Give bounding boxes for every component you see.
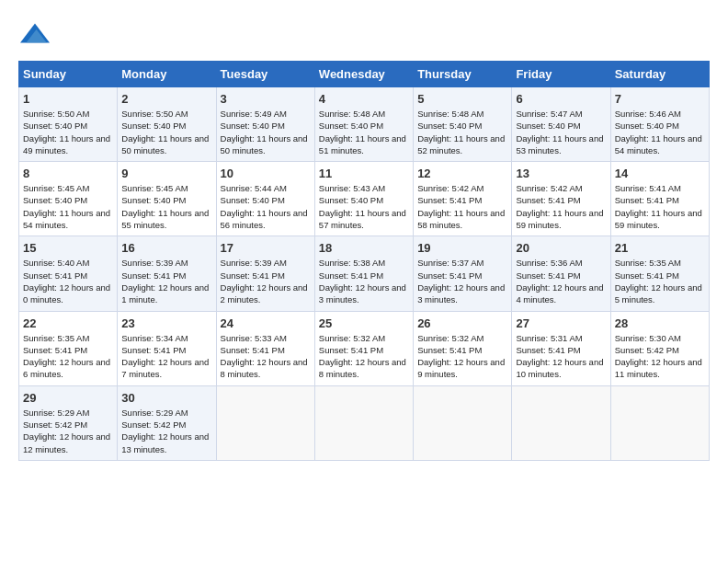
day-info: Sunrise: 5:34 AMSunset: 5:41 PMDaylight:…	[121, 332, 211, 381]
day-number: 4	[319, 92, 409, 106]
calendar-cell	[414, 385, 512, 460]
header-day: Thursday	[414, 62, 512, 87]
day-info: Sunrise: 5:39 AMSunset: 5:41 PMDaylight:…	[221, 257, 311, 305]
calendar-cell: 14Sunrise: 5:41 AMSunset: 5:41 PMDayligh…	[610, 162, 709, 236]
calendar-cell: 26Sunrise: 5:32 AMSunset: 5:41 PMDayligh…	[414, 311, 512, 385]
day-number: 24	[221, 316, 311, 330]
calendar-cell: 12Sunrise: 5:42 AMSunset: 5:41 PMDayligh…	[414, 162, 512, 236]
page-container: SundayMondayTuesdayWednesdayThursdayFrid…	[0, 0, 728, 470]
calendar-week-row: 8Sunrise: 5:45 AMSunset: 5:40 PMDaylight…	[19, 162, 710, 236]
calendar-week-row: 1Sunrise: 5:50 AMSunset: 5:40 PMDaylight…	[19, 87, 710, 162]
calendar-cell	[216, 385, 314, 460]
calendar-week-row: 22Sunrise: 5:35 AMSunset: 5:41 PMDayligh…	[19, 311, 710, 385]
day-info: Sunrise: 5:33 AMSunset: 5:41 PMDaylight:…	[221, 332, 311, 381]
day-info: Sunrise: 5:43 AMSunset: 5:40 PMDaylight:…	[319, 182, 409, 231]
header-day: Tuesday	[216, 62, 314, 87]
day-number: 15	[23, 241, 113, 255]
calendar-cell	[314, 385, 413, 460]
calendar-cell: 21Sunrise: 5:35 AMSunset: 5:41 PMDayligh…	[610, 236, 709, 311]
day-number: 16	[121, 241, 211, 255]
calendar-cell: 27Sunrise: 5:31 AMSunset: 5:41 PMDayligh…	[512, 311, 610, 385]
day-info: Sunrise: 5:44 AMSunset: 5:40 PMDaylight:…	[221, 182, 311, 231]
calendar-cell: 4Sunrise: 5:48 AMSunset: 5:40 PMDaylight…	[314, 87, 413, 162]
header-day: Monday	[118, 62, 216, 87]
calendar-cell: 20Sunrise: 5:36 AMSunset: 5:41 PMDayligh…	[512, 236, 610, 311]
day-number: 29	[23, 391, 113, 405]
calendar-cell	[512, 385, 610, 460]
calendar-cell: 29Sunrise: 5:29 AMSunset: 5:42 PMDayligh…	[19, 385, 118, 460]
day-number: 2	[121, 92, 211, 106]
day-info: Sunrise: 5:32 AMSunset: 5:41 PMDaylight:…	[319, 332, 409, 381]
day-info: Sunrise: 5:31 AMSunset: 5:41 PMDaylight:…	[516, 332, 606, 381]
calendar-cell: 5Sunrise: 5:48 AMSunset: 5:40 PMDaylight…	[414, 87, 512, 162]
day-info: Sunrise: 5:46 AMSunset: 5:40 PMDaylight:…	[615, 108, 705, 156]
day-number: 12	[417, 167, 507, 180]
calendar-cell: 25Sunrise: 5:32 AMSunset: 5:41 PMDayligh…	[314, 311, 413, 385]
calendar-week-row: 15Sunrise: 5:40 AMSunset: 5:41 PMDayligh…	[19, 236, 710, 311]
day-number: 6	[516, 92, 606, 106]
day-info: Sunrise: 5:45 AMSunset: 5:40 PMDaylight:…	[23, 182, 113, 231]
day-info: Sunrise: 5:30 AMSunset: 5:42 PMDaylight:…	[615, 332, 705, 381]
calendar-header: SundayMondayTuesdayWednesdayThursdayFrid…	[19, 62, 710, 87]
calendar-cell: 24Sunrise: 5:33 AMSunset: 5:41 PMDayligh…	[216, 311, 314, 385]
calendar-cell: 1Sunrise: 5:50 AMSunset: 5:40 PMDaylight…	[19, 87, 118, 162]
day-info: Sunrise: 5:42 AMSunset: 5:41 PMDaylight:…	[417, 182, 507, 231]
day-number: 11	[319, 167, 409, 180]
day-info: Sunrise: 5:35 AMSunset: 5:41 PMDaylight:…	[615, 257, 705, 305]
day-number: 8	[23, 167, 113, 180]
day-info: Sunrise: 5:47 AMSunset: 5:40 PMDaylight:…	[516, 108, 606, 156]
calendar-body: 1Sunrise: 5:50 AMSunset: 5:40 PMDaylight…	[19, 87, 710, 461]
calendar-cell: 10Sunrise: 5:44 AMSunset: 5:40 PMDayligh…	[216, 162, 314, 236]
calendar-cell: 19Sunrise: 5:37 AMSunset: 5:41 PMDayligh…	[414, 236, 512, 311]
day-number: 30	[121, 391, 211, 405]
calendar-cell: 17Sunrise: 5:39 AMSunset: 5:41 PMDayligh…	[216, 236, 314, 311]
day-info: Sunrise: 5:36 AMSunset: 5:41 PMDaylight:…	[516, 257, 606, 305]
calendar-cell: 15Sunrise: 5:40 AMSunset: 5:41 PMDayligh…	[19, 236, 118, 311]
day-number: 13	[516, 167, 606, 180]
day-number: 7	[615, 92, 705, 106]
day-info: Sunrise: 5:42 AMSunset: 5:41 PMDaylight:…	[516, 182, 606, 231]
header	[18, 18, 710, 52]
day-number: 9	[121, 167, 211, 180]
calendar-cell: 6Sunrise: 5:47 AMSunset: 5:40 PMDaylight…	[512, 87, 610, 162]
calendar-cell: 7Sunrise: 5:46 AMSunset: 5:40 PMDaylight…	[610, 87, 709, 162]
day-info: Sunrise: 5:38 AMSunset: 5:41 PMDaylight:…	[319, 257, 409, 305]
day-number: 28	[615, 316, 705, 330]
day-number: 5	[417, 92, 507, 106]
calendar-cell: 30Sunrise: 5:29 AMSunset: 5:42 PMDayligh…	[118, 385, 216, 460]
day-number: 20	[516, 241, 606, 255]
day-info: Sunrise: 5:39 AMSunset: 5:41 PMDaylight:…	[121, 257, 211, 305]
day-number: 18	[319, 241, 409, 255]
day-info: Sunrise: 5:50 AMSunset: 5:40 PMDaylight:…	[121, 108, 211, 156]
day-number: 10	[221, 167, 311, 180]
day-number: 25	[319, 316, 409, 330]
day-info: Sunrise: 5:48 AMSunset: 5:40 PMDaylight:…	[417, 108, 507, 156]
calendar-cell: 11Sunrise: 5:43 AMSunset: 5:40 PMDayligh…	[314, 162, 413, 236]
day-info: Sunrise: 5:45 AMSunset: 5:40 PMDaylight:…	[121, 182, 211, 231]
day-number: 3	[221, 92, 311, 106]
header-day: Sunday	[19, 62, 118, 87]
calendar-cell: 18Sunrise: 5:38 AMSunset: 5:41 PMDayligh…	[314, 236, 413, 311]
header-day: Saturday	[610, 62, 709, 87]
header-day: Friday	[512, 62, 610, 87]
day-info: Sunrise: 5:32 AMSunset: 5:41 PMDaylight:…	[417, 332, 507, 381]
day-info: Sunrise: 5:29 AMSunset: 5:42 PMDaylight:…	[121, 407, 211, 455]
logo	[18, 18, 50, 52]
day-info: Sunrise: 5:37 AMSunset: 5:41 PMDaylight:…	[417, 257, 507, 305]
calendar-cell: 23Sunrise: 5:34 AMSunset: 5:41 PMDayligh…	[118, 311, 216, 385]
calendar-cell: 2Sunrise: 5:50 AMSunset: 5:40 PMDaylight…	[118, 87, 216, 162]
day-number: 17	[221, 241, 311, 255]
calendar-cell: 16Sunrise: 5:39 AMSunset: 5:41 PMDayligh…	[118, 236, 216, 311]
header-day: Wednesday	[314, 62, 413, 87]
day-number: 26	[417, 316, 507, 330]
day-info: Sunrise: 5:48 AMSunset: 5:40 PMDaylight:…	[319, 108, 409, 156]
calendar-cell: 28Sunrise: 5:30 AMSunset: 5:42 PMDayligh…	[610, 311, 709, 385]
day-info: Sunrise: 5:35 AMSunset: 5:41 PMDaylight:…	[23, 332, 113, 381]
day-info: Sunrise: 5:40 AMSunset: 5:41 PMDaylight:…	[23, 257, 113, 305]
header-row: SundayMondayTuesdayWednesdayThursdayFrid…	[19, 62, 710, 87]
day-number: 23	[121, 316, 211, 330]
calendar-cell	[610, 385, 709, 460]
calendar-cell: 22Sunrise: 5:35 AMSunset: 5:41 PMDayligh…	[19, 311, 118, 385]
day-info: Sunrise: 5:41 AMSunset: 5:41 PMDaylight:…	[615, 182, 705, 231]
calendar-cell: 9Sunrise: 5:45 AMSunset: 5:40 PMDaylight…	[118, 162, 216, 236]
